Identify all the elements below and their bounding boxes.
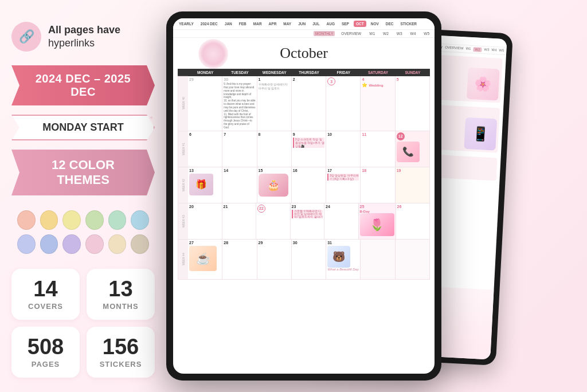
calendar-header-row: MONDAY TUESDAY WEDNESDAY THURSDAY FRIDAY… <box>178 69 430 76</box>
monday-label: MONDAY <box>42 121 87 133</box>
week-41-label: WEEK 41 <box>178 131 188 167</box>
date-range-banner: 2024 DEC – 2025 DEC <box>11 65 155 105</box>
swatch-3 <box>62 210 81 230</box>
swatch-row-2 <box>17 234 149 254</box>
bg-sub-w2[interactable]: W2 <box>473 47 482 52</box>
swatch-6 <box>131 210 149 230</box>
tablet-area: JUN JUL AUG SEP OCT NOV DEC MONTHLY OVER… <box>161 11 459 381</box>
sub-w2[interactable]: W2 <box>381 31 390 36</box>
bg-sub-w3[interactable]: W3 <box>484 48 489 52</box>
cal-cell-26: 26 <box>396 203 431 239</box>
sub-monthly[interactable]: MONTHLY <box>314 31 335 36</box>
stat-pages: 508 PAGES <box>11 327 80 378</box>
col-wednesday: WEDNESDAY <box>257 70 292 75</box>
calendar-week-43: WEEK 43 20 21 22 23 가문협 수채화라면 디자인 및 상세페 <box>178 203 430 240</box>
cal-cell-4: 4 ⭐ Wedding <box>361 76 395 131</box>
cal-cell-2: 2 <box>292 76 326 131</box>
swatch-10 <box>85 234 104 254</box>
cal-cell-22: 22 <box>256 203 291 239</box>
calendar-week-44: WEEK 44 27 ☕ 28 29 30 <box>178 240 430 280</box>
swatch-5 <box>108 210 127 230</box>
gift-image: 🎁 <box>189 174 213 195</box>
sub-w1[interactable]: W1 <box>367 31 377 36</box>
cal-cell-31: 31 🐻 What a Beautifil Day <box>326 240 361 279</box>
nav-oct[interactable]: OCT <box>354 21 366 27</box>
main-sub-nav: MONTHLY OVERVIEW W1 W2 W3 W4 W5 <box>173 30 435 38</box>
nav-dec[interactable]: DEC <box>383 21 396 27</box>
cal-cell-21: 21 <box>222 203 257 239</box>
calendar-week-41: WEEK 41 6 7 8 9 3강 스크린트 작성 및 음성녹음 작업+추가 <box>178 131 430 167</box>
tablet-main: YEARLY 2024 DEC JAN FEB MAR APR MAY JUN … <box>166 11 441 381</box>
cal-cell-11: 11 <box>361 131 395 167</box>
nav-sticker[interactable]: STICKER <box>398 21 420 27</box>
cal-cell-30b: 30 <box>292 240 326 279</box>
nav-sep[interactable]: SEP <box>339 21 351 27</box>
cal-cell-16: 16 <box>292 167 326 203</box>
cal-cell-15: 15 🎂 <box>257 167 292 203</box>
bg-sub-w4[interactable]: W4 <box>491 48 496 53</box>
cal-cell-6: 6 <box>188 131 222 167</box>
cal-cell-9: 9 3강 스크린트 작성 및 음성녹음 작업+추가 영상들🎥 <box>292 131 326 167</box>
cal-cell-27: 27 ☕ <box>188 240 222 279</box>
nav-feb[interactable]: FEB <box>237 21 249 27</box>
swatches-container <box>11 205 155 260</box>
sub-overview[interactable]: OVERVIEW <box>339 31 363 36</box>
cal-cell-3: 3 <box>326 76 361 131</box>
week-44-label: WEEK 44 <box>178 240 188 279</box>
calendar-week-40: WEEK 40 29 30 9. And this is my prayer: … <box>178 76 430 131</box>
cal-cell-18: 18 <box>361 167 395 203</box>
cal-cell-10: 10 <box>326 131 361 167</box>
nav-mar[interactable]: MAR <box>251 21 264 27</box>
monday-start-banner: MONDAY START <box>11 115 155 140</box>
col-sunday: SUNDAY <box>396 70 430 75</box>
col-monday: MONDAY <box>188 70 222 75</box>
cal-cell-14: 14 <box>222 167 257 203</box>
nav-jun[interactable]: JUN <box>296 21 308 27</box>
sub-w4[interactable]: W4 <box>409 31 418 36</box>
stat-months: 13 MONTHS <box>87 269 155 320</box>
cal-cell-24: 24 <box>324 203 359 239</box>
week-42-label: WEEK 42 <box>178 167 188 203</box>
nav-yearly[interactable]: YEARLY <box>177 21 196 27</box>
stat-covers: 14 COVERS <box>11 269 80 320</box>
nav-jul[interactable]: JUL <box>310 21 322 27</box>
cal-cell-8: 8 <box>257 131 292 167</box>
watercolor-decoration <box>198 39 228 69</box>
swatch-2 <box>40 210 58 230</box>
nav-jan[interactable]: JAN <box>222 21 234 27</box>
cal-cell-25: 25 B-Day 🌷 <box>359 203 396 239</box>
col-tuesday: TUESDAY <box>222 70 257 75</box>
bg-sub-w5[interactable]: W5 <box>499 49 504 53</box>
cal-cell-13: 13 🎁 <box>188 167 222 203</box>
swatch-1 <box>17 210 36 230</box>
swatch-7 <box>17 234 36 254</box>
nav-2024dec[interactable]: 2024 DEC <box>198 21 220 27</box>
cal-cell-23: 23 가문협 수채화라면 디자인 및 상세페이지 제작 / 업로드까지 끝내기 <box>291 203 325 239</box>
sub-w3[interactable]: W3 <box>395 31 404 36</box>
themes-banner: 12 COLOR THEMES <box>11 150 155 195</box>
tablet-main-screen: YEARLY 2024 DEC JAN FEB MAR APR MAY JUN … <box>173 18 435 374</box>
swatch-4 <box>85 210 104 230</box>
cal-cell-30: 30 9. And this is my prayer: that your l… <box>222 76 257 131</box>
cal-cell-28: 28 <box>222 240 257 279</box>
calendar-week-42: WEEK 42 13 🎁 14 15 🎂 16 <box>178 167 430 203</box>
hyperlinks-text: All pages have hyperlinks <box>48 23 120 50</box>
nav-aug[interactable]: AUG <box>324 21 337 27</box>
coffee-image: ☕ <box>189 246 217 271</box>
cal-cell-12: 12 📞 <box>396 131 430 167</box>
nav-may[interactable]: MAY <box>281 21 294 27</box>
col-thursday: THURSDAY <box>292 70 326 75</box>
week-43-label: WEEK 43 <box>178 203 188 239</box>
link-icon: 🔗 <box>11 22 41 52</box>
swatch-11 <box>108 234 127 254</box>
nav-apr[interactable]: APR <box>267 21 279 27</box>
swatch-9 <box>62 234 81 254</box>
bg-sub-overview[interactable]: OVERVIEW <box>445 46 464 52</box>
nav-nov[interactable]: NOV <box>369 21 381 27</box>
cake-image: 🎂 <box>259 174 288 197</box>
bg-sub-w1[interactable]: W1 <box>465 46 471 51</box>
sub-w5[interactable]: W5 <box>422 31 431 36</box>
bear-image: 🐻 <box>327 246 350 268</box>
calendar-grid: MONDAY TUESDAY WEDNESDAY THURSDAY FRIDAY… <box>178 69 430 370</box>
swatch-12 <box>131 234 149 254</box>
